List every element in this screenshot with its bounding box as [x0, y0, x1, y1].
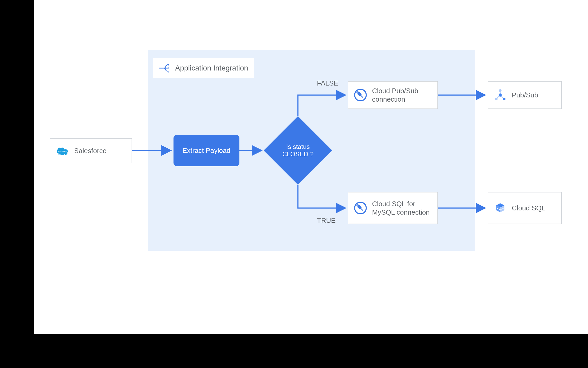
- node-label: Extract Payload: [182, 147, 230, 155]
- node-extract-payload: Extract Payload: [173, 135, 239, 166]
- panel-title-text: Application Integration: [175, 64, 248, 72]
- svg-text:salesforce: salesforce: [58, 150, 67, 152]
- connector-plug-icon: [353, 201, 368, 215]
- diagram-canvas: Application Integration salesforce Sales…: [34, 0, 588, 334]
- svg-rect-8: [360, 95, 363, 98]
- bottom-black-margin: [0, 334, 588, 368]
- edge-label-true: TRUE: [317, 216, 336, 225]
- svg-point-19: [495, 98, 498, 100]
- node-pubsub-connection: Cloud Pub/Sub connection: [348, 81, 438, 109]
- svg-point-1: [167, 67, 169, 69]
- node-label: Pub/Sub: [512, 91, 538, 100]
- node-label: Is status CLOSED ?: [264, 116, 332, 185]
- svg-point-0: [167, 64, 169, 65]
- salesforce-cloud-icon: salesforce: [55, 143, 70, 158]
- application-integration-icon: [157, 61, 171, 76]
- node-pubsub: Pub/Sub: [488, 81, 562, 109]
- node-cloudsql: Cloud SQL: [488, 192, 562, 224]
- node-cloudsql-connection: Cloud SQL for MySQL connection: [348, 192, 438, 224]
- svg-point-20: [503, 98, 505, 100]
- connector-plug-icon: [353, 88, 368, 102]
- cloud-sql-icon: [493, 201, 508, 215]
- node-label: Cloud Pub/Sub connection: [372, 87, 433, 104]
- pubsub-icon: [493, 88, 508, 102]
- node-label: Cloud SQL: [512, 204, 545, 213]
- node-label: Cloud SQL for MySQL connection: [372, 200, 433, 217]
- panel-title-box: Application Integration: [153, 58, 254, 78]
- svg-point-18: [499, 89, 502, 92]
- node-decision: Is status CLOSED ?: [264, 116, 332, 185]
- node-salesforce: salesforce Salesforce: [50, 138, 132, 163]
- node-label: Salesforce: [74, 147, 107, 155]
- edge-label-false: FALSE: [317, 79, 338, 87]
- svg-point-17: [499, 93, 502, 97]
- svg-point-2: [167, 71, 169, 73]
- svg-rect-13: [360, 208, 363, 211]
- left-black-margin: [0, 0, 34, 368]
